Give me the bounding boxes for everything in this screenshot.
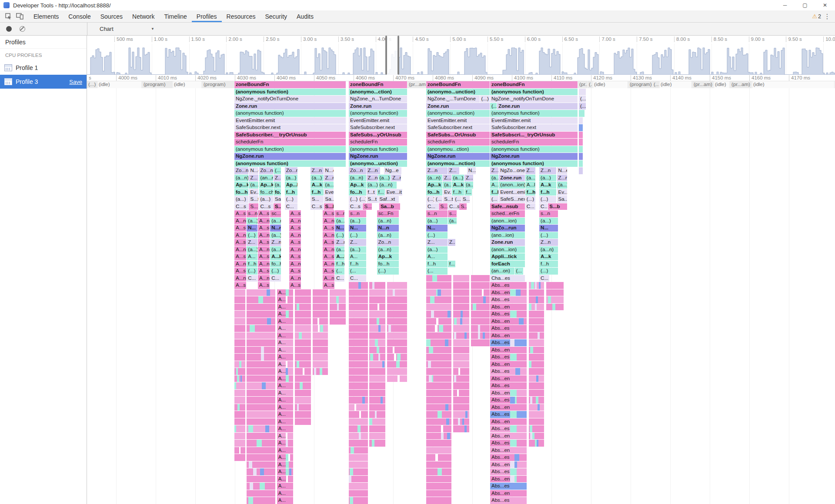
- flame-frame[interactable]: [349, 390, 368, 397]
- flame-frame[interactable]: f...t: [367, 189, 377, 196]
- flame-frame[interactable]: [234, 289, 245, 296]
- flame-frame[interactable]: Abs...es: [490, 468, 527, 475]
- flame-frame[interactable]: [369, 354, 385, 361]
- flame-frame[interactable]: A...k: [311, 182, 324, 189]
- flame-frame[interactable]: [349, 339, 368, 346]
- flame-frame[interactable]: Ev...t: [443, 189, 451, 196]
- flame-frame[interactable]: [546, 296, 563, 303]
- flame-frame[interactable]: A...s: [258, 210, 270, 217]
- flame-frame[interactable]: Ap...k: [259, 182, 273, 189]
- flame-frame[interactable]: Abs...es: [490, 497, 527, 504]
- flame-frame[interactable]: (...: [426, 268, 448, 275]
- flame-frame[interactable]: [349, 411, 368, 418]
- flame-frame[interactable]: [529, 375, 544, 382]
- flame-frame[interactable]: Z...: [349, 239, 366, 246]
- flame-frame[interactable]: [247, 418, 275, 425]
- flame-frame[interactable]: f...h: [539, 261, 558, 268]
- flame-frame[interactable]: A...n: [258, 218, 270, 225]
- flame-frame[interactable]: [349, 332, 368, 339]
- flame-frame[interactable]: [529, 425, 544, 432]
- flame-frame[interactable]: A...: [277, 368, 294, 375]
- flame-frame[interactable]: [234, 318, 245, 325]
- flame-frame[interactable]: Z...: [464, 175, 473, 182]
- flame-frame[interactable]: [369, 347, 385, 354]
- flame-frame[interactable]: (a...): [367, 182, 378, 189]
- flame-frame[interactable]: [369, 375, 385, 382]
- profile-item-profile-1[interactable]: Profile 1: [0, 61, 87, 75]
- flame-frame[interactable]: Sa...t: [324, 196, 334, 203]
- flame-frame[interactable]: [247, 454, 275, 461]
- flame-frame[interactable]: (...): [377, 268, 399, 275]
- flame-frame[interactable]: S...b: [274, 203, 281, 210]
- flame-frame[interactable]: [369, 361, 385, 368]
- flame-frame[interactable]: [349, 461, 368, 468]
- flame-frame[interactable]: s...n: [539, 210, 558, 217]
- flame-frame[interactable]: [426, 454, 451, 461]
- flame-frame[interactable]: A...: [277, 390, 294, 397]
- flame-frame[interactable]: A...s: [234, 210, 246, 217]
- flame-frame[interactable]: A...: [247, 253, 257, 260]
- flame-frame[interactable]: Zo...n: [349, 167, 366, 174]
- flame-frame[interactable]: [247, 433, 275, 440]
- flame-frame[interactable]: N...e: [557, 167, 567, 174]
- flame-frame[interactable]: [369, 390, 385, 397]
- flame-frame[interactable]: [234, 382, 245, 389]
- flame-frame[interactable]: Zone.run: [426, 103, 490, 110]
- flame-frame[interactable]: C...: [335, 275, 344, 282]
- flame-frame[interactable]: A...s: [258, 253, 270, 260]
- flame-frame[interactable]: schedulerFn: [349, 139, 407, 146]
- flame-frame[interactable]: [529, 440, 544, 447]
- flame-frame[interactable]: A...s: [289, 239, 301, 246]
- flame-frame[interactable]: (a...n): [270, 246, 281, 253]
- flame-frame[interactable]: [349, 347, 368, 354]
- flame-frame[interactable]: zoneBoundFn: [349, 81, 407, 88]
- flame-frame[interactable]: N...n: [270, 225, 281, 232]
- flame-frame[interactable]: Zone.run: [490, 239, 525, 246]
- flame-frame[interactable]: S...: [461, 196, 470, 203]
- flame-frame[interactable]: [453, 289, 469, 296]
- flame-frame[interactable]: [295, 311, 311, 318]
- flame-frame[interactable]: [529, 361, 544, 368]
- flame-frame[interactable]: [234, 397, 245, 404]
- flame-frame[interactable]: [234, 368, 245, 375]
- flame-frame[interactable]: (...): [426, 232, 448, 239]
- flame-frame[interactable]: [529, 404, 544, 411]
- flame-frame[interactable]: [529, 325, 544, 332]
- flame-frame[interactable]: [426, 397, 451, 404]
- flame-frame[interactable]: [453, 296, 469, 303]
- flame-frame[interactable]: sched...erFn: [490, 210, 525, 217]
- flame-frame[interactable]: (anonymous function): [349, 110, 407, 117]
- flame-frame[interactable]: fo...h: [270, 261, 281, 268]
- flame-frame[interactable]: [295, 296, 311, 303]
- flame-frame[interactable]: [453, 275, 469, 282]
- flame-frame[interactable]: [247, 296, 275, 303]
- flame-frame[interactable]: Zo...n: [285, 167, 298, 174]
- flame-frame[interactable]: (a...n): [324, 182, 334, 189]
- flame-frame[interactable]: [247, 447, 275, 454]
- flame-frame[interactable]: (a...): [335, 218, 344, 225]
- flame-frame[interactable]: C...: [426, 203, 438, 210]
- flame-frame[interactable]: [579, 89, 586, 96]
- flame-frame[interactable]: [349, 425, 368, 432]
- flame-frame[interactable]: A...: [490, 182, 498, 189]
- flame-frame[interactable]: Abs...en: [490, 447, 527, 454]
- flame-frame[interactable]: [453, 318, 469, 325]
- flame-frame[interactable]: [453, 390, 469, 397]
- flame-frame[interactable]: s...n: [349, 210, 366, 217]
- flame-frame[interactable]: fo...h: [377, 261, 399, 268]
- flame-frame[interactable]: A...s: [234, 253, 246, 260]
- flame-frame[interactable]: N...: [349, 225, 366, 232]
- flame-frame[interactable]: A...k: [270, 253, 281, 260]
- flame-frame[interactable]: C...s: [259, 203, 273, 210]
- flame-frame[interactable]: Abs...en: [490, 289, 527, 296]
- flame-frame[interactable]: A...: [277, 397, 294, 404]
- flame-frame[interactable]: Ap...k: [377, 253, 399, 260]
- flame-frame[interactable]: A...: [426, 253, 448, 260]
- flame-frame[interactable]: [529, 433, 544, 440]
- flame-frame[interactable]: (...): [285, 196, 298, 203]
- flame-frame[interactable]: SafeSubs...OrUnsub: [426, 132, 490, 139]
- flame-frame[interactable]: [247, 461, 275, 468]
- flame-frame[interactable]: [234, 354, 245, 361]
- flame-frame[interactable]: (a...): [270, 232, 281, 239]
- flame-frame[interactable]: [349, 282, 368, 289]
